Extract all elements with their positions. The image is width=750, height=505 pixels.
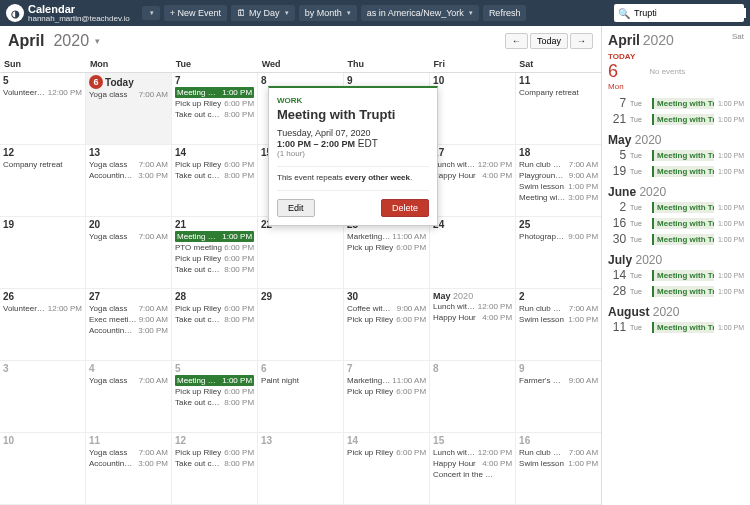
- event-item[interactable]: Volunteering …12:00 PM: [3, 87, 82, 98]
- event-item[interactable]: Pick up Riley6:00 PM: [347, 447, 426, 458]
- delete-button[interactable]: Delete: [381, 199, 429, 217]
- day-cell[interactable]: 13Yoga class7:00 AMAccounting call3:00 P…: [86, 145, 172, 216]
- day-cell[interactable]: 5Meeting with Tr…1:00 PMPick up Riley6:0…: [172, 361, 258, 432]
- event-item[interactable]: Take out comp…8:00 PM: [175, 109, 254, 120]
- event-item[interactable]: Yoga class7:00 AM: [89, 89, 168, 100]
- day-cell[interactable]: 26Volunteering …12:00 PM: [0, 289, 86, 360]
- day-cell[interactable]: 24: [430, 217, 516, 288]
- refresh-button[interactable]: Refresh: [483, 5, 527, 21]
- chevron-down-icon[interactable]: ▾: [95, 36, 100, 46]
- event-item[interactable]: Volunteering …12:00 PM: [3, 303, 82, 314]
- day-cell[interactable]: 25Photography …9:00 PM: [516, 217, 601, 288]
- event-item[interactable]: Concert in the …: [433, 469, 512, 480]
- day-cell[interactable]: 2Run club meet …7:00 AMSwim lesson1:00 P…: [516, 289, 601, 360]
- day-cell[interactable]: 19: [0, 217, 86, 288]
- day-cell[interactable]: 9Farmer's market9:00 AM: [516, 361, 601, 432]
- day-cell[interactable]: 29: [258, 289, 344, 360]
- agenda-row[interactable]: 2TueMeeting with Trupti1:00 PM: [608, 199, 744, 215]
- event-item[interactable]: Run club meet …7:00 AM: [519, 303, 598, 314]
- day-cell[interactable]: 6Paint night: [258, 361, 344, 432]
- event-item[interactable]: Coffee with Ni…9:00 AM: [347, 303, 426, 314]
- day-cell[interactable]: 7Meeting with Tr…1:00 PMPick up Riley6:0…: [172, 73, 258, 144]
- next-month-button[interactable]: →: [570, 33, 593, 49]
- event-item[interactable]: Swim lesson1:00 PM: [519, 314, 598, 325]
- event-item[interactable]: Photography …9:00 PM: [519, 231, 598, 242]
- new-event-button[interactable]: + New Event: [164, 5, 227, 21]
- event-item[interactable]: Yoga class7:00 AM: [89, 159, 168, 170]
- day-cell[interactable]: 18Run club meet …7:00 AMPlayground pla…9…: [516, 145, 601, 216]
- event-item[interactable]: Happy Hour4:00 PM: [433, 458, 512, 469]
- search-input[interactable]: [634, 8, 746, 18]
- event-item[interactable]: Farmer's market9:00 AM: [519, 375, 598, 386]
- event-item[interactable]: Pick up Riley6:00 PM: [347, 314, 426, 325]
- event-item[interactable]: Pick up Riley6:00 PM: [347, 242, 426, 253]
- event-item[interactable]: Pick up Riley6:00 PM: [347, 386, 426, 397]
- event-item[interactable]: Run club meet …7:00 AM: [519, 447, 598, 458]
- day-cell[interactable]: 12Pick up Riley6:00 PMTake out comp…8:00…: [172, 433, 258, 504]
- agenda-row[interactable]: 11TueMeeting with Trupti1:00 PM: [608, 319, 744, 335]
- event-item[interactable]: Accounting call3:00 PM: [89, 325, 168, 336]
- prev-month-button[interactable]: ←: [505, 33, 528, 49]
- day-cell[interactable]: 3: [0, 361, 86, 432]
- day-cell[interactable]: May 2020Lunch with M…12:00 PMHappy Hour4…: [430, 289, 516, 360]
- day-cell[interactable]: 28Pick up Riley6:00 PMTake out comp…8:00…: [172, 289, 258, 360]
- event-item[interactable]: Pick up Riley6:00 PM: [175, 303, 254, 314]
- event-item[interactable]: Company retreat: [3, 159, 82, 170]
- event-item[interactable]: Exec meeting9:00 AM: [89, 314, 168, 325]
- event-item[interactable]: Take out comp…8:00 PM: [175, 170, 254, 181]
- event-item[interactable]: Swim lesson1:00 PM: [519, 458, 598, 469]
- event-item[interactable]: Yoga class7:00 AM: [89, 447, 168, 458]
- event-item[interactable]: Take out comp…8:00 PM: [175, 397, 254, 408]
- event-item[interactable]: Marketing call11:00 AM: [347, 231, 426, 242]
- timezone-menu[interactable]: as in America/New_York: [361, 5, 479, 21]
- event-item[interactable]: Take out comp…8:00 PM: [175, 458, 254, 469]
- event-item[interactable]: Take out comp…8:00 PM: [175, 314, 254, 325]
- event-item[interactable]: Accounting call3:00 PM: [89, 458, 168, 469]
- event-item[interactable]: Pick up Riley6:00 PM: [175, 159, 254, 170]
- agenda-row[interactable]: 5TueMeeting with Trupti1:00 PM: [608, 147, 744, 163]
- event-item[interactable]: Swim lesson1:00 PM: [519, 181, 598, 192]
- day-cell[interactable]: 30Coffee with Ni…9:00 AMPick up Riley6:0…: [344, 289, 430, 360]
- day-cell[interactable]: 10: [0, 433, 86, 504]
- day-cell[interactable]: 22: [258, 217, 344, 288]
- event-item[interactable]: Run club meet …7:00 AM: [519, 159, 598, 170]
- event-item[interactable]: Meeting with Tr…1:00 PM: [175, 375, 254, 386]
- account-menu[interactable]: [142, 6, 160, 20]
- event-item[interactable]: Pick up Riley6:00 PM: [175, 98, 254, 109]
- today-button[interactable]: Today: [530, 33, 568, 49]
- event-item[interactable]: Meeting with C…3:00 PM: [519, 192, 598, 203]
- event-item[interactable]: Pick up Riley6:00 PM: [175, 447, 254, 458]
- day-cell[interactable]: 14Pick up Riley6:00 PMTake out comp…8:00…: [172, 145, 258, 216]
- agenda-row[interactable]: 21TueMeeting with Trupti1:00 PM: [608, 111, 744, 127]
- event-item[interactable]: Happy Hour4:00 PM: [433, 312, 512, 323]
- day-cell[interactable]: 20Yoga class7:00 AM: [86, 217, 172, 288]
- day-cell[interactable]: 12Company retreat: [0, 145, 86, 216]
- event-item[interactable]: Yoga class7:00 AM: [89, 375, 168, 386]
- event-item[interactable]: Marketing call11:00 AM: [347, 375, 426, 386]
- day-cell[interactable]: 13: [258, 433, 344, 504]
- day-cell[interactable]: 8: [430, 361, 516, 432]
- event-item[interactable]: Yoga class7:00 AM: [89, 303, 168, 314]
- day-cell[interactable]: 6 TodayYoga class7:00 AM: [86, 73, 172, 144]
- day-cell[interactable]: 14Pick up Riley6:00 PM: [344, 433, 430, 504]
- day-cell[interactable]: 21Meeting with Tr…1:00 PMPTO meeting6:00…: [172, 217, 258, 288]
- agenda-row[interactable]: 7TueMeeting with Trupti1:00 PM: [608, 95, 744, 111]
- agenda-row[interactable]: 16TueMeeting with Trupti1:00 PM: [608, 215, 744, 231]
- event-item[interactable]: Lunch with M…12:00 PM: [433, 301, 512, 312]
- edit-button[interactable]: Edit: [277, 199, 315, 217]
- event-item[interactable]: Meeting with Tr…1:00 PM: [175, 87, 254, 98]
- agenda-row[interactable]: 28TueMeeting with Trupti1:00 PM: [608, 283, 744, 299]
- event-item[interactable]: Accounting call3:00 PM: [89, 170, 168, 181]
- day-cell[interactable]: 5Volunteering …12:00 PM: [0, 73, 86, 144]
- day-cell[interactable]: 11Yoga class7:00 AMAccounting call3:00 P…: [86, 433, 172, 504]
- day-cell[interactable]: 11Company retreat: [516, 73, 601, 144]
- event-item[interactable]: Meeting with Tr…1:00 PM: [175, 231, 254, 242]
- event-item[interactable]: PTO meeting6:00 PM: [175, 242, 254, 253]
- event-item[interactable]: Pick up Riley6:00 PM: [175, 253, 254, 264]
- day-cell[interactable]: 10: [430, 73, 516, 144]
- event-item[interactable]: Take out comp…8:00 PM: [175, 264, 254, 275]
- day-cell[interactable]: 27Yoga class7:00 AMExec meeting9:00 AMAc…: [86, 289, 172, 360]
- day-cell[interactable]: 16Run club meet …7:00 AMSwim lesson1:00 …: [516, 433, 601, 504]
- day-cell[interactable]: 23Marketing call11:00 AMPick up Riley6:0…: [344, 217, 430, 288]
- agenda-row[interactable]: 19TueMeeting with Trupti1:00 PM: [608, 163, 744, 179]
